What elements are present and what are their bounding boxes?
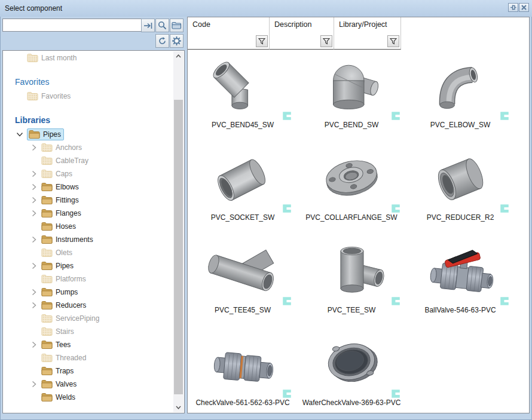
tree-item-label: Threaded <box>56 354 86 362</box>
settings-button[interactable] <box>170 34 184 48</box>
component-thumbnail <box>198 241 288 301</box>
tree-item-pumps[interactable]: Pumps <box>3 286 173 298</box>
refresh-icon <box>158 36 167 45</box>
chevron-right-icon[interactable] <box>32 183 36 191</box>
description-filter-input[interactable] <box>270 33 334 49</box>
search-button[interactable] <box>155 19 169 32</box>
chevron-right-icon[interactable] <box>32 144 36 151</box>
catalog-badge-icon <box>390 111 401 121</box>
component-code-label: WaferCheckValve-369-63-PVC <box>298 398 405 407</box>
catalog-badge-icon <box>282 388 292 399</box>
catalog-badge-icon <box>390 203 401 214</box>
tree-item-anchors[interactable]: Anchors <box>3 142 173 154</box>
component-PVC_BEND_SW[interactable]: PVC_BEND_SW <box>298 56 405 129</box>
component-PVC_TEE_SW[interactable]: PVC_TEE_SW <box>298 241 405 314</box>
tree-item-elbows[interactable]: Elbows <box>3 181 173 193</box>
filter-funnel-icon <box>390 38 397 45</box>
folder-icon <box>41 340 53 350</box>
scroll-down-button[interactable] <box>173 403 184 412</box>
tree-item-stairs[interactable]: Stairs <box>3 326 173 338</box>
folder-icon-faded <box>27 53 38 63</box>
component-PVC_ELBOW_SW[interactable]: PVC_ELBOW_SW <box>407 56 513 129</box>
titlebar: Select component <box>0 0 532 17</box>
chevron-right-icon[interactable] <box>32 170 36 177</box>
folder-icon <box>41 261 53 271</box>
tree-scrollbar[interactable] <box>173 51 184 412</box>
tree-item-hoses[interactable]: Hoses <box>3 220 173 232</box>
component-code-label: PVC_BEND_SW <box>298 121 405 129</box>
code-filter-input[interactable] <box>188 33 269 49</box>
tree-item-label: Traps <box>56 367 74 375</box>
tree-item-threaded[interactable]: Threaded <box>3 352 173 364</box>
tree-item-favorites[interactable]: Favorites <box>3 90 173 102</box>
tree-item-traps[interactable]: Traps <box>3 365 173 377</box>
pin-icon <box>510 4 516 11</box>
tree-item-instruments[interactable]: Instruments <box>3 234 173 246</box>
code-filter-button[interactable] <box>256 35 268 47</box>
tree-item-welds[interactable]: Welds <box>3 391 173 403</box>
component-PVC_TEE45_SW[interactable]: PVC_TEE45_SW <box>189 241 296 314</box>
library-filter-button[interactable] <box>387 35 399 47</box>
tree-item-pipes[interactable]: Pipes <box>3 260 173 272</box>
scroll-up-button[interactable] <box>173 51 184 61</box>
component-BallValve-546-63-PVC[interactable]: BallValve-546-63-PVC <box>407 241 513 314</box>
tree-item-fittings[interactable]: Fittings <box>3 194 173 206</box>
folder-icon <box>41 287 53 297</box>
search-submit-button[interactable] <box>141 19 155 32</box>
chevron-right-icon[interactable] <box>32 289 36 296</box>
component-thumbnail <box>415 148 505 208</box>
folder-icon-faded <box>41 248 53 257</box>
tree-item-olets[interactable]: Olets <box>3 247 173 259</box>
chevron-down-icon[interactable] <box>16 132 23 137</box>
chevron-right-icon[interactable] <box>32 381 36 388</box>
pin-button[interactable] <box>508 3 518 12</box>
column-library-project-label: Library/Project <box>339 20 387 29</box>
close-icon <box>521 5 527 10</box>
catalog-badge-icon <box>390 388 401 399</box>
component-thumbnail <box>198 148 288 208</box>
tree-item-caps[interactable]: Caps <box>3 168 173 180</box>
dialog-title: Select component <box>5 4 62 13</box>
tree-item-reducers[interactable]: Reducers <box>3 299 173 311</box>
chevron-right-icon[interactable] <box>32 236 36 243</box>
tree-item-flanges[interactable]: Flanges <box>3 207 173 219</box>
component-PVC_SOCKET_SW[interactable]: PVC_SOCKET_SW <box>189 148 296 222</box>
component-WaferCheckValve-369-63-PVC[interactable]: WaferCheckValve-369-63-PVC <box>298 333 405 407</box>
description-filter-button[interactable] <box>320 35 332 47</box>
tree-item-servicepiping[interactable]: ServicePiping <box>3 312 173 324</box>
chevron-right-icon[interactable] <box>32 341 36 348</box>
library-filter-input[interactable] <box>334 33 400 49</box>
tree-item-tees[interactable]: Tees <box>3 339 173 351</box>
folder-icon <box>41 366 53 376</box>
chevron-right-icon[interactable] <box>32 197 36 204</box>
browse-library-button[interactable] <box>170 19 184 32</box>
chevron-up-icon <box>176 54 181 58</box>
component-PVC_REDUCER_R2[interactable]: PVC_REDUCER_R2 <box>407 148 513 222</box>
chevron-right-icon[interactable] <box>32 302 36 309</box>
folder-icon <box>41 222 53 231</box>
component-PVC_COLLARFLANGE_SW[interactable]: PVC_COLLARFLANGE_SW <box>298 148 405 222</box>
tree-item-label: Welds <box>56 393 75 401</box>
chevron-right-icon[interactable] <box>32 262 36 269</box>
catalog-badge-icon <box>499 296 510 306</box>
search-input[interactable] <box>2 19 143 32</box>
component-CheckValve-561-562-63-PVC[interactable]: CheckValve-561-562-63-PVC <box>189 333 296 407</box>
tree-item-platforms[interactable]: Platforms <box>3 273 173 285</box>
close-button[interactable] <box>519 3 529 12</box>
chevron-right-icon[interactable] <box>32 210 36 217</box>
component-thumbnail <box>307 148 396 208</box>
catalog-badge-icon <box>282 203 292 214</box>
tree-item-label: Pumps <box>56 288 78 296</box>
component-PVC_BEND45_SW[interactable]: PVC_BEND45_SW <box>189 56 296 129</box>
column-library-project: Library/Project <box>334 17 401 50</box>
tree-item-pipes[interactable]: Pipes <box>3 128 173 140</box>
folder-icon <box>41 379 53 389</box>
scrollbar-thumb[interactable] <box>174 100 183 394</box>
tree-item-cabletray[interactable]: CableTray <box>3 155 173 167</box>
column-description-label: Description <box>274 20 312 29</box>
refresh-button[interactable] <box>155 34 169 48</box>
tree-item-valves[interactable]: Valves <box>3 378 173 390</box>
folder-icon <box>29 130 40 139</box>
folder-icon-faded <box>41 169 53 179</box>
tree-item-last month[interactable]: Last month <box>3 52 173 64</box>
